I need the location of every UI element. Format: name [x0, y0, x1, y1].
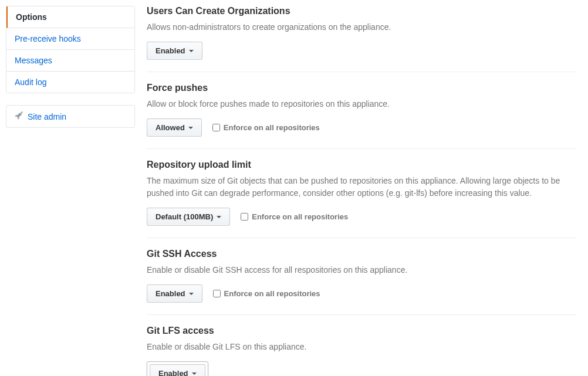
section-title: Git SSH Access	[147, 249, 576, 259]
section-repo-upload-limit: Repository upload limit The maximum size…	[147, 160, 576, 238]
force-pushes-dropdown[interactable]: Allowed	[147, 118, 202, 137]
ssh-access-dropdown[interactable]: Enabled	[147, 284, 202, 303]
section-title: Git LFS access	[147, 326, 576, 336]
upload-limit-dropdown[interactable]: Default (100MB)	[147, 208, 230, 226]
dropdown-label: Default (100MB)	[156, 212, 213, 221]
sidebar-item-messages[interactable]: Messages	[6, 50, 134, 72]
section-description: The maximum size of Git objects that can…	[147, 175, 576, 199]
caret-down-icon	[189, 50, 194, 52]
site-admin-link-box[interactable]: Site admin	[6, 105, 135, 128]
enforce-checkbox-group[interactable]: Enforce on all repositories	[241, 212, 348, 221]
section-description: Allow or block force pushes made to repo…	[147, 98, 576, 110]
section-description: Allows non-administrators to create orga…	[147, 21, 576, 33]
caret-down-icon	[192, 372, 197, 375]
section-git-lfs-access: Git LFS access Enable or disable Git LFS…	[147, 326, 576, 376]
rocket-icon	[15, 111, 23, 121]
lfs-highlighted-wrapper: Enabled	[147, 361, 208, 376]
section-title: Force pushes	[147, 83, 576, 93]
caret-down-icon	[189, 293, 194, 295]
section-title: Repository upload limit	[147, 160, 576, 170]
section-force-pushes: Force pushes Allow or block force pushes…	[147, 83, 576, 149]
section-users-create-orgs: Users Can Create Organizations Allows no…	[147, 6, 576, 72]
dropdown-label: Allowed	[156, 123, 185, 132]
section-git-ssh-access: Git SSH Access Enable or disable Git SSH…	[147, 249, 576, 315]
enforce-checkbox[interactable]	[213, 290, 221, 297]
section-title: Users Can Create Organizations	[147, 6, 576, 16]
sidebar-item-options[interactable]: Options	[6, 6, 134, 28]
lfs-access-dropdown[interactable]: Enabled	[150, 364, 205, 376]
enforce-label: Enforce on all repositories	[224, 289, 320, 298]
caret-down-icon	[217, 216, 221, 218]
sidebar-item-audit-log[interactable]: Audit log	[6, 72, 134, 93]
site-admin-link[interactable]: Site admin	[28, 112, 66, 121]
orgs-enabled-dropdown[interactable]: Enabled	[147, 42, 202, 60]
enforce-checkbox-group[interactable]: Enforce on all repositories	[213, 289, 320, 298]
sidebar-item-pre-receive-hooks[interactable]: Pre-receive hooks	[6, 28, 134, 50]
enforce-checkbox[interactable]	[212, 124, 220, 131]
main-content: Users Can Create Organizations Allows no…	[147, 6, 582, 376]
section-description: Enable or disable Git SSH access for all…	[147, 264, 576, 276]
sidebar: Options Pre-receive hooks Messages Audit…	[6, 6, 135, 376]
enforce-label: Enforce on all repositories	[224, 123, 320, 132]
dropdown-label: Enabled	[156, 289, 185, 298]
section-description: Enable or disable Git LFS on this applia…	[147, 341, 576, 353]
caret-down-icon	[188, 127, 193, 129]
enforce-checkbox[interactable]	[241, 213, 248, 221]
dropdown-label: Enabled	[158, 369, 188, 376]
dropdown-label: Enabled	[156, 46, 185, 55]
enforce-checkbox-group[interactable]: Enforce on all repositories	[212, 123, 320, 132]
enforce-label: Enforce on all repositories	[252, 212, 348, 221]
settings-menu: Options Pre-receive hooks Messages Audit…	[6, 6, 135, 93]
